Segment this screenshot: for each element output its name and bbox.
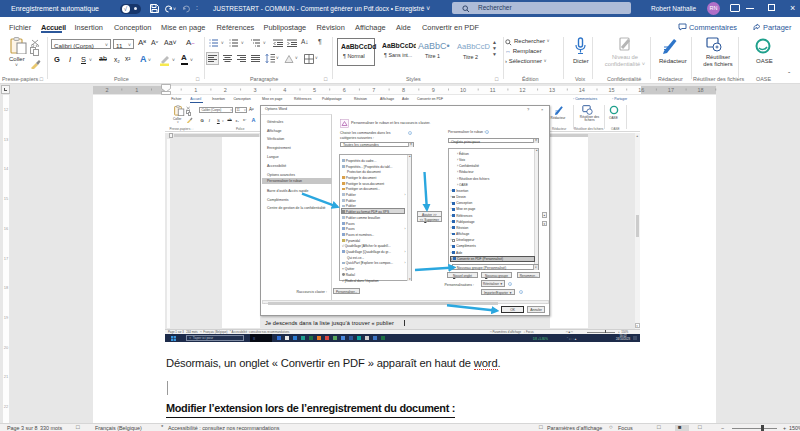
svg-text:18: 18	[698, 87, 704, 93]
svg-text:9: 9	[432, 87, 435, 93]
svg-text:10: 10	[460, 87, 466, 93]
svg-text:3: 3	[254, 87, 257, 93]
svg-text:11: 11	[490, 87, 496, 93]
svg-text:14: 14	[579, 87, 585, 93]
svg-text:2: 2	[224, 87, 227, 93]
svg-text:7: 7	[372, 87, 375, 93]
svg-text:17: 17	[4, 256, 9, 261]
svg-text:19: 19	[4, 315, 9, 320]
svg-text:20: 20	[4, 345, 9, 350]
svg-text:12: 12	[4, 107, 9, 112]
svg-text:4: 4	[283, 87, 286, 93]
svg-text:13: 13	[4, 137, 9, 142]
svg-text:17: 17	[668, 87, 674, 93]
svg-text:15: 15	[608, 87, 614, 93]
svg-text:13: 13	[549, 87, 555, 93]
svg-text:1: 1	[194, 87, 197, 93]
svg-text:21: 21	[4, 374, 9, 379]
svg-text:1: 1	[135, 87, 138, 93]
svg-text:5: 5	[313, 87, 316, 93]
svg-text:16: 16	[638, 87, 644, 93]
svg-text:22: 22	[4, 404, 9, 409]
svg-text:14: 14	[4, 166, 9, 171]
svg-text:8: 8	[402, 87, 405, 93]
svg-text:6: 6	[343, 87, 346, 93]
svg-text:15: 15	[4, 196, 9, 201]
svg-text:12: 12	[519, 87, 525, 93]
svg-text:18: 18	[4, 285, 9, 290]
svg-text:2: 2	[105, 87, 108, 93]
svg-text:16: 16	[4, 226, 9, 231]
